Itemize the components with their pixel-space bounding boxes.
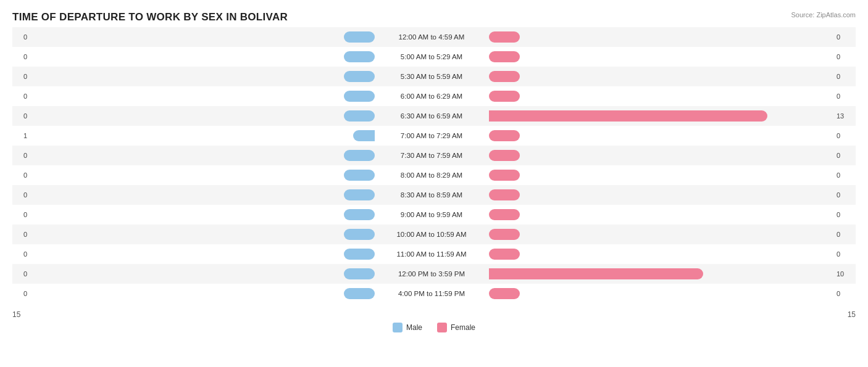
right-value: 0 bbox=[833, 171, 856, 179]
female-bar bbox=[489, 229, 520, 240]
male-bar bbox=[344, 91, 375, 102]
right-value: 10 bbox=[833, 270, 856, 278]
male-bar bbox=[353, 130, 375, 141]
chart-main: 012:00 AM to 4:59 AM005:00 AM to 5:29 AM… bbox=[12, 27, 856, 308]
male-bar bbox=[344, 110, 375, 122]
right-value: 0 bbox=[833, 290, 856, 297]
left-value: 0 bbox=[12, 270, 30, 278]
female-bar-area bbox=[489, 110, 834, 122]
right-value: 0 bbox=[833, 250, 856, 258]
female-bar bbox=[489, 130, 520, 141]
time-label: 8:00 AM to 8:29 AM bbox=[375, 171, 489, 179]
left-value: 0 bbox=[12, 33, 30, 41]
male-bar bbox=[344, 249, 375, 260]
male-legend-box bbox=[393, 323, 403, 332]
table-row: 09:00 AM to 9:59 AM0 bbox=[12, 205, 856, 225]
male-bar-area bbox=[30, 31, 375, 43]
right-value: 0 bbox=[833, 53, 856, 60]
female-bar bbox=[489, 31, 520, 43]
female-bar bbox=[489, 91, 520, 102]
female-bar-area bbox=[489, 130, 834, 141]
female-bar bbox=[489, 71, 520, 82]
male-bar bbox=[344, 31, 375, 43]
female-bar bbox=[489, 268, 703, 279]
female-bar-area bbox=[489, 91, 834, 102]
female-bar bbox=[489, 288, 520, 299]
left-value: 0 bbox=[12, 211, 30, 218]
female-bar bbox=[489, 110, 767, 122]
female-bar bbox=[489, 209, 520, 220]
time-label: 10:00 AM to 10:59 AM bbox=[375, 231, 489, 238]
male-bar-area bbox=[30, 170, 375, 181]
female-bar-area bbox=[489, 150, 834, 161]
left-value: 1 bbox=[12, 132, 30, 139]
time-label: 5:00 AM to 5:29 AM bbox=[375, 53, 489, 60]
male-bar bbox=[344, 150, 375, 161]
male-bar-area bbox=[30, 268, 375, 279]
time-label: 11:00 AM to 11:59 AM bbox=[375, 250, 489, 258]
female-bar-area bbox=[489, 189, 834, 200]
time-label: 8:30 AM to 8:59 AM bbox=[375, 191, 489, 199]
male-bar-area bbox=[30, 249, 375, 260]
right-value: 0 bbox=[833, 211, 856, 218]
left-value: 0 bbox=[12, 231, 30, 238]
female-bar bbox=[489, 249, 520, 260]
female-legend-box bbox=[437, 323, 447, 332]
table-row: 05:30 AM to 5:59 AM0 bbox=[12, 67, 856, 86]
left-value: 0 bbox=[12, 152, 30, 159]
female-bar bbox=[489, 170, 520, 181]
female-bar bbox=[489, 150, 520, 161]
axis-row: 15 15 bbox=[12, 310, 856, 319]
table-row: 17:00 AM to 7:29 AM0 bbox=[12, 126, 856, 146]
legend-female: Female bbox=[437, 323, 475, 332]
male-bar bbox=[344, 71, 375, 82]
time-label: 7:30 AM to 7:59 AM bbox=[375, 152, 489, 159]
female-bar-area bbox=[489, 288, 834, 299]
table-row: 06:00 AM to 6:29 AM0 bbox=[12, 86, 856, 106]
female-bar-area bbox=[489, 51, 834, 62]
male-bar bbox=[344, 268, 375, 279]
male-bar-area bbox=[30, 150, 375, 161]
female-bar-area bbox=[489, 31, 834, 43]
time-label: 6:00 AM to 6:29 AM bbox=[375, 93, 489, 100]
right-value: 0 bbox=[833, 191, 856, 199]
male-bar-area bbox=[30, 229, 375, 240]
right-value: 0 bbox=[833, 152, 856, 159]
left-value: 0 bbox=[12, 191, 30, 199]
table-row: 05:00 AM to 5:29 AM0 bbox=[12, 47, 856, 67]
source-label: Source: ZipAtlas.com bbox=[791, 11, 856, 19]
table-row: 04:00 PM to 11:59 PM0 bbox=[12, 284, 856, 303]
table-row: 08:30 AM to 8:59 AM0 bbox=[12, 185, 856, 205]
female-bar-area bbox=[489, 71, 834, 82]
time-label: 9:00 AM to 9:59 AM bbox=[375, 211, 489, 218]
left-value: 0 bbox=[12, 73, 30, 80]
male-bar bbox=[344, 229, 375, 240]
chart-container: TIME OF DEPARTURE TO WORK BY SEX IN BOLI… bbox=[0, 0, 868, 367]
axis-left-label: 15 bbox=[12, 310, 20, 319]
right-value: 0 bbox=[833, 231, 856, 238]
table-row: 011:00 AM to 11:59 AM0 bbox=[12, 244, 856, 264]
time-label: 12:00 PM to 3:59 PM bbox=[375, 270, 489, 278]
left-value: 0 bbox=[12, 93, 30, 100]
table-row: 012:00 AM to 4:59 AM0 bbox=[12, 27, 856, 47]
male-bar-area bbox=[30, 91, 375, 102]
female-bar-area bbox=[489, 209, 834, 220]
male-bar-area bbox=[30, 209, 375, 220]
time-label: 5:30 AM to 5:59 AM bbox=[375, 73, 489, 80]
legend-male: Male bbox=[393, 323, 422, 332]
left-value: 0 bbox=[12, 171, 30, 179]
male-bar-area bbox=[30, 71, 375, 82]
male-bar-area bbox=[30, 130, 375, 141]
right-value: 0 bbox=[833, 132, 856, 139]
male-legend-label: Male bbox=[406, 323, 422, 332]
right-value: 0 bbox=[833, 93, 856, 100]
right-value: 0 bbox=[833, 33, 856, 41]
female-legend-label: Female bbox=[451, 323, 475, 332]
table-row: 012:00 PM to 3:59 PM10 bbox=[12, 264, 856, 284]
male-bar bbox=[344, 189, 375, 200]
table-row: 010:00 AM to 10:59 AM0 bbox=[12, 225, 856, 244]
male-bar bbox=[344, 170, 375, 181]
axis-right-label: 15 bbox=[848, 310, 856, 319]
male-bar-area bbox=[30, 288, 375, 299]
female-bar-area bbox=[489, 249, 834, 260]
